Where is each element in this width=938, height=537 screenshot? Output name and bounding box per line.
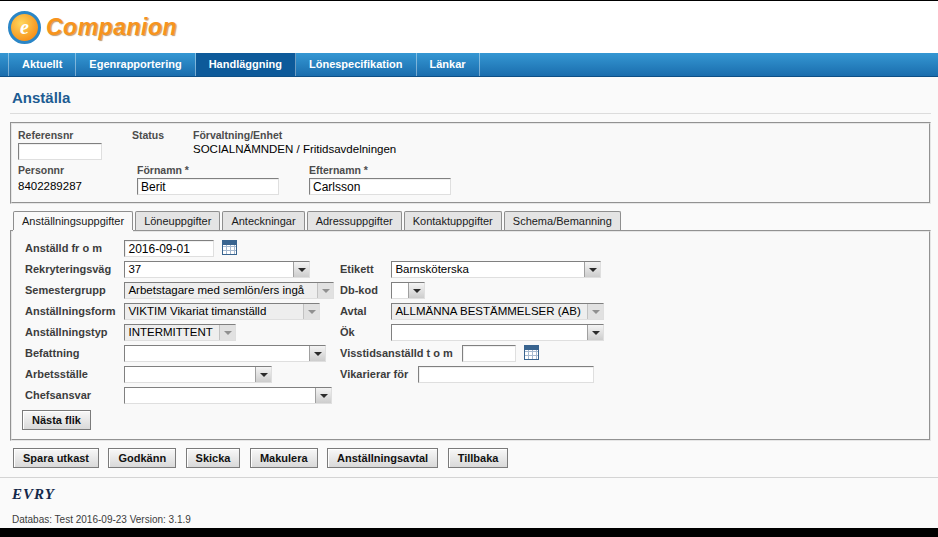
befattning-select[interactable]: [124, 345, 326, 362]
fornamn-field: Förnamn *: [137, 164, 309, 196]
db-kod-select[interactable]: [391, 282, 425, 299]
bottom-black-bar: [0, 528, 938, 537]
fornamn-input[interactable]: [137, 178, 279, 195]
calendar-icon[interactable]: [524, 345, 539, 360]
efternamn-input[interactable]: [309, 178, 451, 195]
nav-lankar[interactable]: Länkar: [417, 53, 480, 76]
vikarierar-for-label: Vikarierar för: [340, 366, 408, 383]
vikarierar-for-input[interactable]: [418, 366, 594, 383]
chevron-down-icon: [317, 283, 333, 298]
etikett-select[interactable]: Barnsköterska: [391, 261, 601, 278]
select-value: [125, 346, 309, 361]
chevron-down-icon[interactable]: [309, 346, 325, 361]
visstidsanstalld-label: Visstidsanställd t o m: [340, 345, 453, 362]
befattning-label: Befattning: [25, 345, 120, 362]
fornamn-label: Förnamn *: [137, 164, 303, 176]
chefsansvar-label: Chefsansvar: [25, 387, 120, 404]
efternamn-field: Efternamn *: [309, 164, 457, 196]
spara-utkast-button[interactable]: Spara utkast: [13, 448, 99, 468]
footer-divider: [0, 477, 938, 478]
anstalld-fr-o-m-label: Anställd fr o m: [25, 240, 120, 257]
efternamn-label: Efternamn *: [309, 164, 451, 176]
referensnr-field: Referensnr: [18, 129, 132, 161]
tab-adressuppgifter[interactable]: Adressuppgifter: [307, 211, 402, 230]
etikett-label: Etikett: [340, 261, 382, 278]
companion-logo: e Companion: [8, 11, 177, 44]
referensnr-input[interactable]: [18, 143, 102, 160]
select-value: ALLMÄNNA BESTÄMMELSER (AB): [392, 304, 587, 319]
select-value: [392, 325, 587, 340]
tab-anstallningsuppgifter[interactable]: Anställningsuppgifter: [13, 211, 133, 230]
nav-lonespecifikation[interactable]: Lönespecifikation: [296, 53, 417, 76]
referensnr-label: Referensnr: [18, 129, 126, 141]
form-row: Rekryteringsväg 37 Etikett Barnsköterska: [22, 261, 919, 278]
chevron-down-icon[interactable]: [293, 262, 309, 277]
select-value: VIKTIM Vikariat timanställd: [125, 304, 303, 319]
tab-kontaktuppgifter[interactable]: Kontaktuppgifter: [404, 211, 502, 230]
tab-loneuppgifter[interactable]: Löneuppgifter: [135, 211, 220, 230]
makulera-button[interactable]: Makulera: [250, 448, 318, 468]
godkann-button[interactable]: Godkänn: [108, 448, 176, 468]
chevron-down-icon[interactable]: [584, 262, 600, 277]
chevron-down-icon[interactable]: [587, 325, 603, 340]
app-header: e Companion: [0, 1, 938, 53]
form-row: Befattning Visstidsanställd t o m: [22, 345, 919, 362]
summary-row-1: Referensnr Status Förvaltning/Enhet SOCI…: [18, 129, 923, 161]
anstallningsavtal-button[interactable]: Anställningsavtal: [327, 448, 438, 468]
database-version-info: Databas: Test 2016-09-23 Version: 3.1.9: [12, 514, 938, 525]
chevron-down-icon[interactable]: [315, 388, 331, 403]
form-row-right: Db-kod: [340, 282, 425, 300]
select-value: [392, 283, 408, 298]
chevron-down-icon: [219, 325, 235, 340]
form-row-right: Vikarierar för: [340, 366, 594, 384]
form-row-right: Avtal ALLMÄNNA BESTÄMMELSER (AB): [340, 303, 604, 321]
forvaltning-label: Förvaltning/Enhet: [193, 129, 396, 141]
status-field: Status: [132, 129, 193, 161]
semestergrupp-label: Semestergrupp: [25, 282, 120, 299]
nasta-flik-button[interactable]: Nästa flik: [22, 410, 91, 430]
rekryteringsvag-select[interactable]: 37: [124, 261, 310, 278]
chevron-down-icon: [587, 304, 603, 319]
nav-egenrapportering[interactable]: Egenrapportering: [76, 53, 195, 76]
logo-wordmark: Companion: [46, 14, 177, 41]
select-value: 37: [125, 262, 293, 277]
visstidsanstalld-input[interactable]: [462, 345, 516, 362]
summary-row-2: Personnr 8402289287 Förnamn * Efternamn …: [18, 164, 923, 196]
chevron-down-icon[interactable]: [408, 283, 424, 298]
skicka-button[interactable]: Skicka: [186, 448, 241, 468]
form-row-right: Etikett Barnsköterska: [340, 261, 601, 279]
tillbaka-button[interactable]: Tillbaka: [448, 448, 509, 468]
tab-anteckningar[interactable]: Anteckningar: [222, 211, 304, 230]
arbetsstalle-select[interactable]: [124, 366, 272, 383]
form-row: Anställningstyp INTERMITTENT Ök: [22, 324, 919, 341]
main-nav: Aktuellt Egenrapportering Handläggning L…: [0, 53, 938, 77]
select-value: INTERMITTENT: [125, 325, 219, 340]
select-value: [125, 388, 315, 403]
anstallningstyp-label: Anställningstyp: [25, 324, 120, 341]
status-label: Status: [132, 129, 187, 141]
ok-label: Ök: [340, 324, 382, 341]
avtal-select: ALLMÄNNA BESTÄMMELSER (AB): [391, 303, 604, 320]
anstallningsform-label: Anställningsform: [25, 303, 120, 320]
chevron-down-icon: [303, 304, 319, 319]
anstalld-fr-o-m-input[interactable]: [124, 240, 214, 257]
semestergrupp-select: Arbetstagare med semlön/ers ingå: [124, 282, 334, 299]
title-divider: [10, 113, 931, 114]
page-title: Anställa: [12, 89, 938, 106]
chefsansvar-select[interactable]: [124, 387, 332, 404]
logo-e-icon: e: [8, 11, 41, 44]
calendar-icon[interactable]: [222, 240, 237, 255]
nav-aktuellt[interactable]: Aktuellt: [8, 53, 76, 76]
form-row-right: Visstidsanställd t o m: [340, 345, 539, 365]
nav-handlaggning[interactable]: Handläggning: [196, 53, 296, 76]
ok-select[interactable]: [391, 324, 604, 341]
chevron-down-icon[interactable]: [255, 367, 271, 382]
avtal-label: Avtal: [340, 303, 382, 320]
form-row: Semestergrupp Arbetstagare med semlön/er…: [22, 282, 919, 299]
select-value: Arbetstagare med semlön/ers ingå: [125, 283, 317, 298]
form-row: Anställd fr o m: [22, 240, 919, 257]
tab-schema-bemanning[interactable]: Schema/Bemanning: [504, 211, 621, 230]
evry-logo: EVRY: [12, 486, 938, 503]
employment-form-panel: Anställd fr o m Rekryteringsväg 37 Etike…: [10, 230, 931, 441]
db-kod-label: Db-kod: [340, 282, 382, 299]
